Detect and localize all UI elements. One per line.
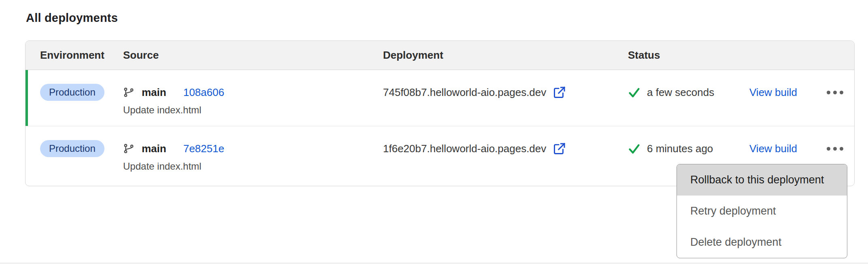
page-bottom-divider xyxy=(0,263,868,264)
column-header-environment: Environment xyxy=(40,49,123,62)
kebab-dot xyxy=(827,91,830,94)
deployment-cell: 745f08b7.helloworld-aio.pages.dev xyxy=(383,83,628,126)
column-header-deployment: Deployment xyxy=(383,49,628,62)
environment-badge: Production xyxy=(40,140,104,157)
external-link-icon[interactable] xyxy=(553,85,566,99)
kebab-dot xyxy=(840,91,843,94)
table-header-row: Environment Source Deployment Status xyxy=(26,41,854,70)
deployment-url: 745f08b7.helloworld-aio.pages.dev xyxy=(383,86,546,99)
view-build-link[interactable]: View build xyxy=(749,86,797,99)
commit-message: Update index.html xyxy=(123,104,383,117)
git-branch-icon xyxy=(123,87,134,98)
environment-cell: Production xyxy=(40,140,123,186)
external-link-icon[interactable] xyxy=(553,142,566,155)
row-actions-cell xyxy=(825,83,845,126)
git-branch-icon xyxy=(123,143,134,154)
view-build-cell: View build xyxy=(749,83,825,126)
menu-item-retry[interactable]: Retry deployment xyxy=(677,196,847,227)
view-build-link[interactable]: View build xyxy=(749,143,797,155)
menu-item-rollback[interactable]: Rollback to this deployment xyxy=(677,164,847,196)
source-cell: main 7e8251e Update index.html xyxy=(123,140,383,186)
current-deployment-marker xyxy=(26,70,28,126)
deployment-context-menu: Rollback to this deployment Retry deploy… xyxy=(677,164,847,258)
column-header-source: Source xyxy=(123,49,383,62)
environment-badge: Production xyxy=(40,84,104,101)
commit-link[interactable]: 7e8251e xyxy=(183,143,224,155)
status-text: 6 minutes ago xyxy=(647,143,713,155)
deployment-options-button[interactable] xyxy=(825,87,845,98)
kebab-dot xyxy=(833,147,837,151)
commit-message: Update index.html xyxy=(123,160,383,173)
branch-name: main xyxy=(142,143,166,155)
environment-cell: Production xyxy=(40,83,123,126)
source-cell: main 108a606 Update index.html xyxy=(123,83,383,126)
deployment-options-button[interactable] xyxy=(825,143,845,155)
success-check-icon xyxy=(628,86,640,99)
commit-link[interactable]: 108a606 xyxy=(183,86,224,99)
status-text: a few seconds xyxy=(647,86,714,99)
kebab-dot xyxy=(827,147,830,151)
deployment-url: 1f6e20b7.helloworld-aio.pages.dev xyxy=(383,143,546,155)
status-cell: a few seconds xyxy=(628,83,749,126)
kebab-dot xyxy=(833,91,837,94)
page-title: All deployments xyxy=(26,11,118,25)
kebab-dot xyxy=(840,147,843,151)
menu-item-delete[interactable]: Delete deployment xyxy=(677,227,847,258)
branch-name: main xyxy=(142,86,166,99)
deployment-row: Production main 108a606 Update index.htm… xyxy=(26,70,854,126)
success-check-icon xyxy=(628,143,640,155)
column-header-status: Status xyxy=(628,49,854,62)
deployment-cell: 1f6e20b7.helloworld-aio.pages.dev xyxy=(383,140,628,186)
